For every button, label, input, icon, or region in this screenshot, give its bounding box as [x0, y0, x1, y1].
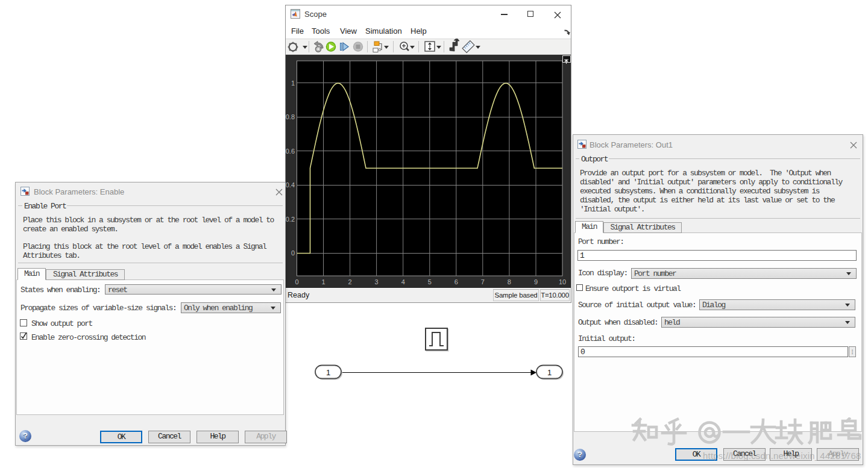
svg-text:1: 1 [326, 368, 330, 377]
svg-text:1: 1 [547, 368, 552, 377]
